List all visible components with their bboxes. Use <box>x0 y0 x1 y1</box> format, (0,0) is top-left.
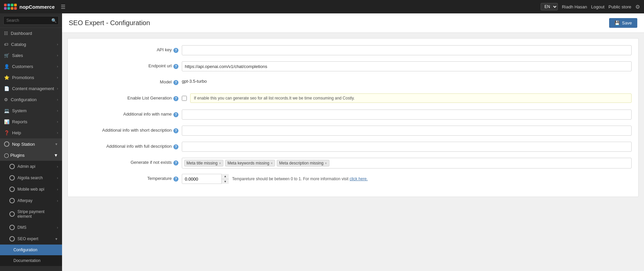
sidebar-item-mobile-web-api[interactable]: Mobile web api › <box>0 184 62 195</box>
chevron-right-icon: › <box>57 120 58 124</box>
algolia-icon <box>9 175 15 181</box>
temperature-info-link[interactable]: click here. <box>350 177 368 181</box>
endpoint-url-input[interactable] <box>182 61 632 71</box>
additional-info-full-desc-input[interactable] <box>182 142 632 152</box>
sidebar-item-content-management[interactable]: 📄 Content management › <box>0 83 62 94</box>
public-store-button[interactable]: Public store <box>608 4 631 9</box>
additional-info-short-desc-help-icon[interactable]: ? <box>173 128 178 133</box>
stripe-icon <box>9 211 15 217</box>
top-navigation: nopCommerce ☰ EN FR DE Riadh Hasan Logou… <box>0 0 644 13</box>
sidebar-item-catalog[interactable]: 🏷 Catalog › <box>0 39 62 50</box>
sidebar-item-promotions[interactable]: ⭐ Promotions › <box>0 72 62 83</box>
content-icon: 📄 <box>4 86 9 91</box>
tags-container: Meta title missing × Meta keywords missi… <box>182 158 632 168</box>
additional-info-short-desc-label: Additional info with short description ? <box>74 126 182 133</box>
chevron-right-icon: › <box>57 98 58 101</box>
menu-toggle-button[interactable]: ☰ <box>61 4 65 10</box>
plugins-header[interactable]: ◯ Plugins ▼ <box>0 150 62 161</box>
api-key-help-icon[interactable]: ? <box>173 48 178 53</box>
sidebar-item-label: Configuration <box>11 97 37 102</box>
sidebar-item-label: Catalog <box>11 42 26 47</box>
sidebar-search-container: 🔍 <box>0 13 62 28</box>
tag-meta-title-label: Meta title missing <box>186 161 218 165</box>
spinner-buttons: ▲ ▼ <box>221 174 229 184</box>
sidebar-item-label: Promotions <box>12 75 34 80</box>
sidebar-item-help[interactable]: ❓ Help › <box>0 127 62 138</box>
tag-meta-description-remove[interactable]: × <box>325 161 327 165</box>
afterpay-icon <box>9 198 15 203</box>
sidebar-item-nop-station[interactable]: Nop Station ▼ <box>0 138 62 150</box>
tag-meta-keywords-remove[interactable]: × <box>271 161 273 165</box>
temperature-increment-button[interactable]: ▲ <box>222 174 229 179</box>
username-label: Riadh Hasan <box>562 4 587 9</box>
catalog-icon: 🏷 <box>4 42 8 47</box>
sidebar-item-dms[interactable]: DMS › <box>0 222 62 233</box>
sidebar-item-label: Customers <box>12 64 33 69</box>
plugins-label: Plugins <box>10 153 25 158</box>
plugins-section: ◯ Plugins ▼ Admin api › Algolia search › <box>0 150 62 266</box>
tag-meta-title-remove[interactable]: × <box>219 161 221 165</box>
additional-info-full-desc-control <box>182 142 632 152</box>
sidebar-item-stripe-payment[interactable]: Stripe payment element <box>0 206 62 222</box>
logout-button[interactable]: Logout <box>591 4 604 9</box>
enable-list-generation-row: Enable List Generation ? If enable this … <box>74 93 632 104</box>
logo-icon <box>4 4 17 10</box>
api-key-input[interactable] <box>182 45 632 55</box>
additional-info-full-desc-label: Additional info with full description ? <box>74 142 182 149</box>
additional-info-name-row: Additional info with name ? <box>74 110 632 120</box>
enable-list-generation-help-icon[interactable]: ? <box>173 96 178 101</box>
language-select[interactable]: EN FR DE <box>541 3 558 10</box>
configuration-form: API key ? Endpoint url ? <box>67 38 639 197</box>
sidebar-item-afterpay[interactable]: Afterpay › <box>0 195 62 206</box>
additional-info-short-desc-input[interactable] <box>182 126 632 136</box>
sidebar-item-dashboard[interactable]: ☷ Dashboard <box>0 28 62 39</box>
chevron-right-icon: › <box>57 188 58 191</box>
top-nav-right: EN FR DE Riadh Hasan Logout Public store… <box>541 3 640 10</box>
enable-list-generation-label: Enable List Generation ? <box>74 93 182 101</box>
additional-info-short-desc-row: Additional info with short description ? <box>74 126 632 136</box>
system-icon: 💻 <box>4 108 9 113</box>
sales-icon: 🛒 <box>4 53 9 58</box>
tag-meta-keywords: Meta keywords missing × <box>225 160 275 166</box>
sidebar-item-admin-api[interactable]: Admin api › <box>0 161 62 172</box>
tag-meta-title: Meta title missing × <box>184 160 223 166</box>
model-help-icon[interactable]: ? <box>173 80 178 85</box>
sidebar-item-seo-expert[interactable]: SEO expert ▼ <box>0 233 62 245</box>
sidebar-item-configuration[interactable]: ⚙ Configuration › <box>0 94 62 105</box>
config-icon: ⚙ <box>4 97 8 102</box>
customers-icon: 👤 <box>4 64 9 69</box>
additional-info-full-desc-row: Additional info with full description ? <box>74 142 632 152</box>
additional-info-name-control <box>182 110 632 120</box>
tag-meta-description: Meta description missing × <box>277 160 329 166</box>
seo-expert-icon <box>9 236 15 242</box>
chevron-right-icon: › <box>57 176 58 180</box>
sidebar-item-label: Sales <box>12 53 23 58</box>
additional-info-full-desc-help-icon[interactable]: ? <box>173 144 178 149</box>
sidebar-item-system[interactable]: 💻 System › <box>0 105 62 116</box>
additional-info-name-input[interactable] <box>182 110 632 120</box>
save-button[interactable]: 💾 Save <box>609 18 637 28</box>
sidebar-item-reports[interactable]: 📊 Reports › <box>0 116 62 127</box>
chevron-right-icon: › <box>57 43 58 46</box>
sidebar-item-customers[interactable]: 👤 Customers › <box>0 61 62 72</box>
logo-area: nopCommerce ☰ <box>4 4 537 10</box>
temperature-decrement-button[interactable]: ▼ <box>222 179 229 184</box>
sidebar-item-configuration-sub[interactable]: Configuration <box>0 245 62 255</box>
temperature-help-icon[interactable]: ? <box>173 177 178 182</box>
sidebar-item-documentation[interactable]: Documentation <box>0 255 62 266</box>
additional-info-name-help-icon[interactable]: ? <box>173 112 178 117</box>
save-label: Save <box>622 20 632 25</box>
search-icon-button[interactable]: 🔍 <box>51 18 57 23</box>
endpoint-url-help-icon[interactable]: ? <box>173 64 178 69</box>
settings-icon[interactable]: ⚙ <box>635 4 640 10</box>
sidebar-item-algolia-search[interactable]: Algolia search › <box>0 172 62 184</box>
generate-if-not-exists-help-icon[interactable]: ? <box>173 160 178 165</box>
sidebar-item-sales[interactable]: 🛒 Sales › <box>0 50 62 61</box>
enable-list-generation-checkbox[interactable] <box>182 96 187 101</box>
search-input[interactable] <box>3 16 59 25</box>
temperature-spinner: ▲ ▼ <box>182 174 229 184</box>
api-key-control <box>182 45 632 55</box>
sidebar-item-label: Stripe payment element <box>17 209 58 219</box>
chevron-right-icon: › <box>57 65 58 68</box>
sidebar-item-label: Algolia search <box>17 176 43 180</box>
